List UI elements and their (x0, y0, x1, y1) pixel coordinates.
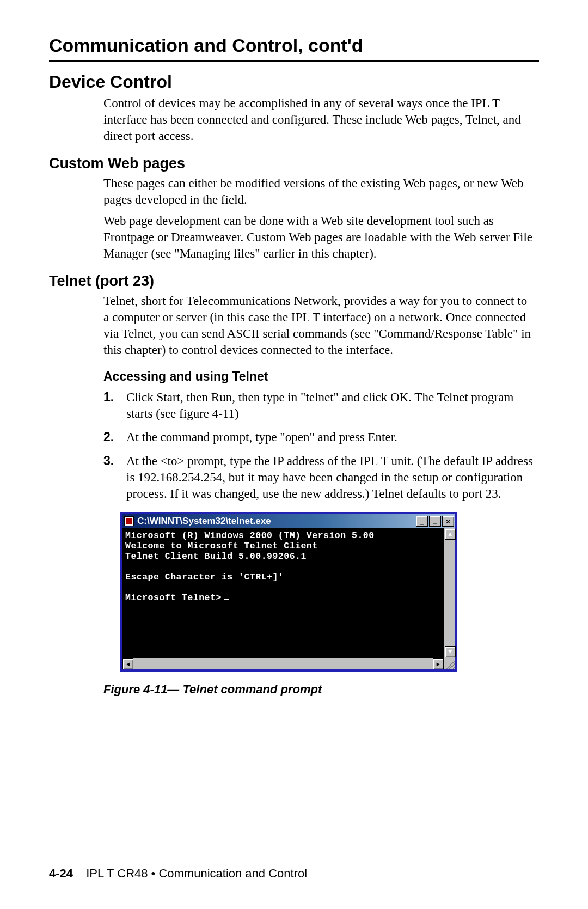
step-text: At the command prompt, type "open" and p… (126, 429, 534, 446)
list-item: 1. Click Start, then Run, then type in "… (103, 389, 534, 422)
horizontal-scrollbar[interactable]: ◄ ► (122, 658, 455, 669)
heading-device-control: Device Control (49, 72, 539, 92)
close-button[interactable]: × (442, 516, 454, 527)
heading-accessing-telnet: Accessing and using Telnet (103, 369, 539, 384)
heading-telnet: Telnet (port 23) (49, 273, 539, 290)
section-title: Communication and Control, cont'd (49, 35, 539, 56)
console-line: Microsoft Telnet> (125, 593, 222, 603)
console-line: Welcome to Microsoft Telnet Client (125, 541, 318, 551)
intro-paragraph: Control of devices may be accomplished i… (103, 95, 534, 144)
console-line: Telnet Client Build 5.00.99206.1 (125, 551, 307, 562)
telnet-window: C:\WINNT\System32\telnet.exe _ □ × Micro… (120, 512, 457, 672)
window-title: C:\WINNT\System32\telnet.exe (137, 516, 415, 527)
footer-text: IPL T CR48 • Communication and Control (86, 867, 307, 880)
console-line: Microsoft (R) Windows 2000 (TM) Version … (125, 530, 375, 541)
step-number: 2. (103, 429, 126, 446)
window-titlebar: C:\WINNT\System32\telnet.exe _ □ × (122, 514, 455, 528)
custom-web-p2: Web page development can be done with a … (103, 213, 534, 262)
step-number: 1. (103, 389, 126, 422)
horizontal-rule (49, 60, 539, 62)
scroll-left-button[interactable]: ◄ (122, 658, 133, 669)
scroll-up-button[interactable]: ▲ (445, 529, 456, 540)
custom-web-p1: These pages can either be modified versi… (103, 175, 534, 208)
scroll-right-button[interactable]: ► (433, 658, 444, 669)
cursor-icon (224, 599, 229, 600)
maximize-button[interactable]: □ (429, 516, 441, 527)
scroll-down-button[interactable]: ▼ (445, 646, 456, 657)
console-wrap: Microsoft (R) Windows 2000 (TM) Version … (122, 528, 455, 658)
list-item: 3. At the <to> prompt, type the IP addre… (103, 453, 534, 502)
telnet-steps-list: 1. Click Start, then Run, then type in "… (103, 389, 539, 502)
step-text: Click Start, then Run, then type in "tel… (126, 389, 534, 422)
page-footer: 4-24 IPL T CR48 • Communication and Cont… (49, 867, 307, 881)
step-text: At the <to> prompt, type the IP address … (126, 453, 534, 502)
app-icon (124, 516, 134, 526)
step-number: 3. (103, 453, 126, 502)
vertical-scrollbar[interactable]: ▲ ▼ (444, 528, 455, 658)
window-buttons: _ □ × (415, 516, 455, 527)
telnet-p1: Telnet, short for Telecommunications Net… (103, 293, 534, 358)
console-output[interactable]: Microsoft (R) Windows 2000 (TM) Version … (122, 528, 455, 658)
resize-grip-icon[interactable] (444, 658, 455, 669)
scroll-track[interactable] (444, 540, 455, 646)
console-line: Escape Character is 'CTRL+]' (125, 572, 284, 582)
figure-caption: Figure 4-11— Telnet command prompt (103, 682, 539, 697)
minimize-button[interactable]: _ (416, 516, 428, 527)
heading-custom-web-pages: Custom Web pages (49, 155, 539, 172)
page-number: 4-24 (49, 867, 73, 880)
scroll-track[interactable] (134, 659, 432, 669)
figure-telnet-window: C:\WINNT\System32\telnet.exe _ □ × Micro… (120, 512, 539, 672)
list-item: 2. At the command prompt, type "open" an… (103, 429, 534, 446)
